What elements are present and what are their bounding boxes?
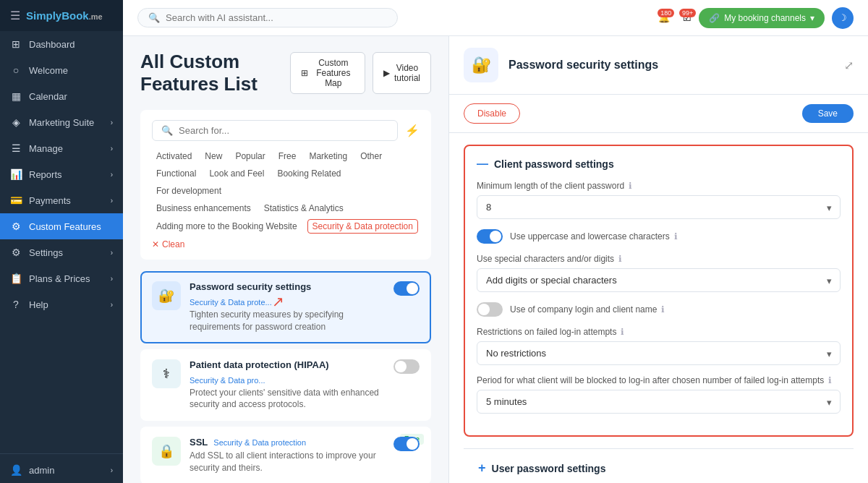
- feature-category: Security & Data prote...: [190, 298, 272, 307]
- header-actions: ⊞ Custom Features Map ▶ Video tutorial: [290, 52, 431, 94]
- special-chars-select[interactable]: Add digits or special characters Require…: [477, 268, 841, 292]
- user-section-header: + User password settings: [478, 461, 839, 476]
- sidebar-item-reports[interactable]: 📊 Reports ›: [0, 161, 123, 187]
- content-area: All Custom Features List ⊞ Custom Featur…: [123, 36, 448, 483]
- tasks-count: 99+: [679, 9, 696, 17]
- feature-description: Tighten security measures by specifying …: [190, 309, 385, 333]
- search-bar[interactable]: 🔍: [137, 8, 398, 27]
- notif-count: 180: [658, 9, 674, 17]
- feature-card-hipaa[interactable]: ⚕ Patient data protection (HIPAA) Securi…: [140, 349, 431, 422]
- failed-attempts-select[interactable]: No restrictions 3 attempts 5 attempts 10…: [477, 341, 841, 365]
- filter-tags-row4: Adding more to the Booking Website Secur…: [152, 219, 420, 249]
- toggle-switch[interactable]: [393, 359, 420, 374]
- tag-popular[interactable]: Popular: [231, 150, 269, 163]
- info-icon[interactable]: ℹ: [629, 181, 632, 191]
- disable-button[interactable]: Disable: [464, 103, 520, 124]
- section-title: Client password settings: [494, 158, 614, 170]
- toggle-switch[interactable]: [393, 437, 420, 451]
- toggle-switch[interactable]: [393, 281, 420, 296]
- sidebar-item-calendar[interactable]: ▦ Calendar: [0, 83, 123, 109]
- feature-category: Security & Data pro...: [190, 376, 265, 385]
- features-map-button[interactable]: ⊞ Custom Features Map: [290, 52, 365, 94]
- tag-functional[interactable]: Functional: [152, 167, 200, 180]
- info-icon[interactable]: ℹ: [828, 375, 832, 385]
- video-tutorial-button[interactable]: ▶ Video tutorial: [373, 52, 431, 94]
- feature-body: SSL Security & Data protection Add SSL t…: [190, 437, 385, 474]
- sidebar-item-label: Plans & Prices: [29, 273, 90, 284]
- info-icon[interactable]: ℹ: [674, 231, 678, 241]
- feature-card-password-security[interactable]: 🔐 Password security settings Security & …: [140, 271, 431, 343]
- sidebar-item-label: Custom Features: [29, 221, 101, 232]
- search-input[interactable]: [166, 12, 387, 23]
- company-login-toggle[interactable]: [477, 302, 503, 317]
- chevron-right-icon: ›: [111, 197, 113, 205]
- sidebar-item-settings[interactable]: ⚙ Settings ›: [0, 239, 123, 265]
- tag-new[interactable]: New: [200, 150, 226, 163]
- failed-attempts-row: Restrictions on failed log-in attempts ℹ…: [477, 327, 841, 365]
- sidebar-item-admin[interactable]: 👤 admin ›: [0, 457, 123, 483]
- chevron-right-icon: ›: [111, 119, 113, 127]
- avatar-button[interactable]: ☽: [832, 7, 854, 29]
- tag-statistics[interactable]: Statistics & Analytics: [260, 202, 348, 215]
- block-period-select[interactable]: 5 minutes 15 minutes 30 minutes 1 hour 2…: [477, 390, 841, 414]
- tasks-button[interactable]: ☑ 99+: [683, 12, 692, 23]
- special-chars-select-wrapper: Add digits or special characters Require…: [477, 268, 841, 292]
- sidebar-item-marketing[interactable]: ◈ Marketing Suite ›: [0, 109, 123, 135]
- tag-other[interactable]: Other: [356, 150, 386, 163]
- collapse-icon[interactable]: —: [477, 158, 488, 171]
- right-panel: 🔐 Password security settings ⤢ Disable S…: [448, 36, 868, 483]
- feature-search[interactable]: 🔍: [152, 120, 398, 141]
- expand-button[interactable]: ⤢: [844, 59, 854, 72]
- tag-for-development[interactable]: For development: [152, 184, 226, 197]
- sidebar-item-help[interactable]: ? Help ›: [0, 291, 123, 317]
- sidebar-item-label: Calendar: [29, 91, 67, 102]
- sidebar-item-dashboard[interactable]: ⊞ Dashboard: [0, 31, 123, 57]
- uppercase-toggle[interactable]: [477, 229, 503, 244]
- feature-toggle[interactable]: [393, 359, 420, 374]
- expand-icon[interactable]: +: [478, 461, 486, 476]
- calendar-icon: ▦: [10, 90, 22, 102]
- failed-attempts-select-wrapper: No restrictions 3 attempts 5 attempts 10…: [477, 341, 841, 365]
- sidebar-header: ☰ SimplyBook.me: [0, 0, 123, 31]
- feature-toggle[interactable]: [393, 281, 420, 296]
- save-button[interactable]: Save: [802, 104, 854, 123]
- min-length-row: Minimum length of the client password ℹ …: [477, 181, 841, 219]
- tag-marketing[interactable]: Marketing: [305, 150, 352, 163]
- tag-free[interactable]: Free: [274, 150, 301, 163]
- sidebar-item-plans[interactable]: 📋 Plans & Prices ›: [0, 265, 123, 291]
- sidebar-bottom: 👤 admin ›: [0, 450, 123, 483]
- sidebar-item-welcome[interactable]: ○ Welcome: [0, 57, 123, 83]
- min-length-select[interactable]: 8 6 10 12: [477, 195, 841, 219]
- avatar-icon: ☽: [838, 12, 847, 23]
- manage-icon: ☰: [10, 142, 22, 154]
- menu-icon[interactable]: ☰: [10, 9, 20, 22]
- sidebar-divider: [0, 453, 123, 454]
- filter-button[interactable]: ⚡: [405, 124, 420, 137]
- tag-adding-more[interactable]: Adding more to the Booking Website: [152, 220, 302, 233]
- welcome-icon: ○: [10, 64, 22, 76]
- info-icon[interactable]: ℹ: [661, 304, 665, 315]
- info-icon[interactable]: ℹ: [621, 327, 624, 337]
- tag-security-data[interactable]: Security & Data protection: [307, 219, 418, 234]
- feature-toggle[interactable]: [393, 437, 420, 451]
- info-icon[interactable]: ℹ: [618, 254, 622, 264]
- sidebar-item-manage[interactable]: ☰ Manage ›: [0, 135, 123, 161]
- sidebar-item-label: Dashboard: [29, 39, 75, 50]
- tag-activated[interactable]: Activated: [152, 150, 196, 163]
- feature-search-input[interactable]: [179, 125, 388, 136]
- chevron-right-icon: ›: [111, 249, 113, 257]
- tag-booking-related[interactable]: Booking Related: [273, 167, 345, 180]
- feature-name-row: Password security settings Security & Da…: [190, 281, 385, 307]
- sidebar-item-custom-features[interactable]: ⚙ Custom Features: [0, 213, 123, 239]
- block-period-label: Period for what client will be blocked t…: [477, 375, 841, 385]
- help-icon: ?: [10, 299, 22, 310]
- booking-channels-button[interactable]: 🔗 My booking channels ▾: [699, 8, 825, 28]
- payments-icon: 💳: [10, 195, 22, 206]
- notifications-button[interactable]: 🔔 180: [658, 12, 670, 23]
- tag-clean-button[interactable]: ✕ Clean: [152, 239, 184, 249]
- tag-business-enhancements[interactable]: Business enhancements: [152, 202, 255, 215]
- sidebar-item-payments[interactable]: 💳 Payments ›: [0, 187, 123, 213]
- tag-look-feel[interactable]: Look and Feel: [205, 167, 268, 180]
- special-chars-row: Use special characters and/or digits ℹ A…: [477, 254, 841, 292]
- feature-card-ssl[interactable]: Free 🔒 SSL Security & Data protection Ad…: [140, 427, 431, 483]
